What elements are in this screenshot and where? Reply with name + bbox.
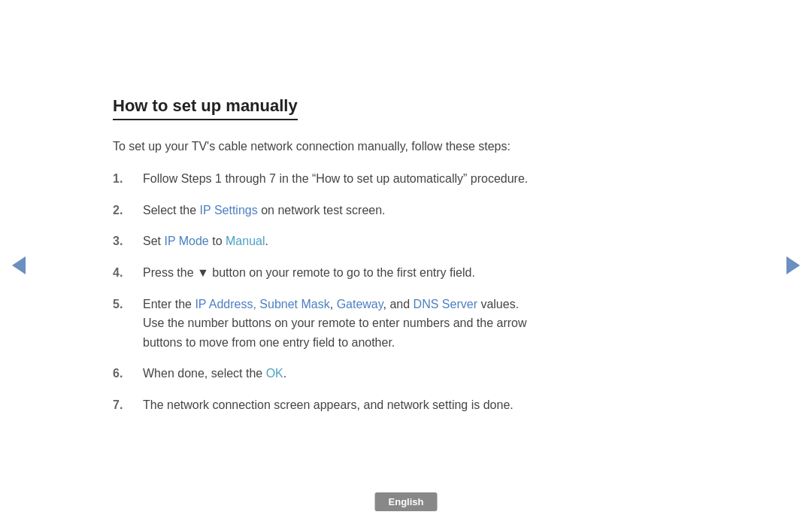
step-7-text: The network connection screen appears, a… [143,395,514,415]
intro-text: To set up your TV's cable network connec… [113,137,699,156]
step-1-number: 1. [113,169,143,189]
left-arrow-icon [12,256,26,274]
step-4-number: 4. [113,263,143,283]
step-6-text: When done, select the OK. [143,364,286,383]
step-1-text: Follow Steps 1 through 7 in the “How to … [143,169,528,189]
nav-left-button[interactable] [8,254,30,277]
step-7: 7. The network connection screen appears… [113,395,699,415]
step-3-text: Set IP Mode to Manual. [143,232,268,251]
content-area: How to set up manually To set up your TV… [98,74,714,457]
step-5-text: Enter the IP Address, Subnet Mask, Gatew… [143,295,527,353]
ok-link: OK [266,367,283,380]
step-4-text: Press the ▼ button on your remote to go … [143,263,475,283]
ip-settings-link: IP Settings [200,204,258,217]
step-3-number: 3. [113,232,143,251]
step-7-number: 7. [113,395,143,415]
step-5: 5. Enter the IP Address, Subnet Mask, Ga… [113,295,699,353]
step-4: 4. Press the ▼ button on your remote to … [113,263,699,283]
page-container: How to set up manually To set up your TV… [0,0,812,530]
step-1: 1. Follow Steps 1 through 7 in the “How … [113,169,699,189]
step-6: 6. When done, select the OK. [113,364,699,383]
step-2-number: 2. [113,201,143,220]
steps-list: 1. Follow Steps 1 through 7 in the “How … [113,169,699,414]
nav-right-button[interactable] [782,254,804,277]
dns-server-link: DNS Server [414,298,477,310]
ip-mode-link: IP Mode [164,235,208,247]
step-2: 2. Select the IP Settings on network tes… [113,201,699,220]
page-title: How to set up manually [113,96,298,120]
step-2-text: Select the IP Settings on network test s… [143,201,386,220]
gateway-link: Gateway [337,298,383,310]
manual-link: Manual [226,235,265,247]
ip-address-link: IP Address, Subnet Mask [195,298,329,310]
step-3: 3. Set IP Mode to Manual. [113,232,699,251]
language-badge: English [375,492,438,511]
right-arrow-icon [786,256,800,274]
step-6-number: 6. [113,364,143,383]
step-5-number: 5. [113,295,143,314]
